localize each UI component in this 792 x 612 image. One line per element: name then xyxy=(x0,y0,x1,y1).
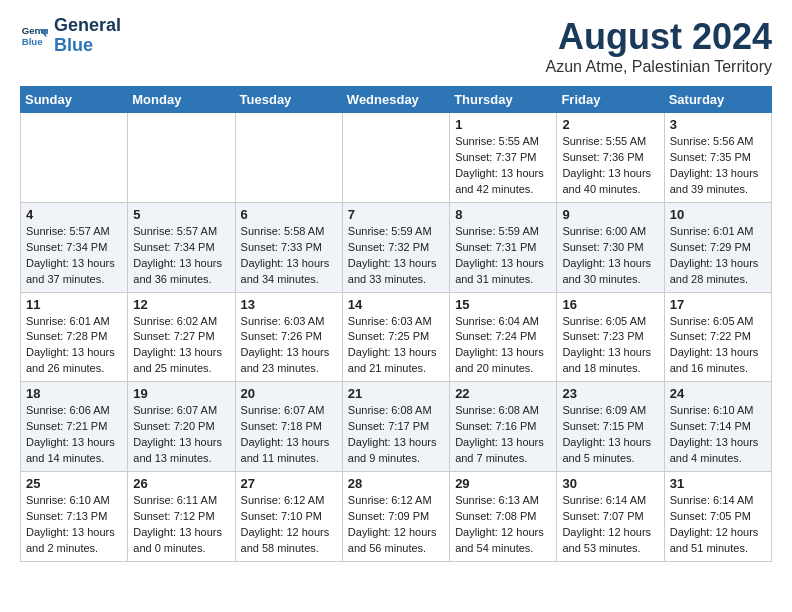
day-info: Sunrise: 6:02 AM Sunset: 7:27 PM Dayligh… xyxy=(133,314,229,378)
day-number: 18 xyxy=(26,386,122,401)
calendar-cell: 15Sunrise: 6:04 AM Sunset: 7:24 PM Dayli… xyxy=(450,292,557,382)
day-number: 14 xyxy=(348,297,444,312)
day-info: Sunrise: 6:01 AM Sunset: 7:28 PM Dayligh… xyxy=(26,314,122,378)
day-info: Sunrise: 6:04 AM Sunset: 7:24 PM Dayligh… xyxy=(455,314,551,378)
calendar-table: SundayMondayTuesdayWednesdayThursdayFrid… xyxy=(20,86,772,562)
weekday-header-tuesday: Tuesday xyxy=(235,87,342,113)
day-info: Sunrise: 6:09 AM Sunset: 7:15 PM Dayligh… xyxy=(562,403,658,467)
calendar-cell: 31Sunrise: 6:14 AM Sunset: 7:05 PM Dayli… xyxy=(664,472,771,562)
day-number: 5 xyxy=(133,207,229,222)
day-number: 28 xyxy=(348,476,444,491)
calendar-cell: 26Sunrise: 6:11 AM Sunset: 7:12 PM Dayli… xyxy=(128,472,235,562)
day-info: Sunrise: 5:56 AM Sunset: 7:35 PM Dayligh… xyxy=(670,134,766,198)
day-number: 9 xyxy=(562,207,658,222)
day-info: Sunrise: 6:06 AM Sunset: 7:21 PM Dayligh… xyxy=(26,403,122,467)
calendar-cell: 16Sunrise: 6:05 AM Sunset: 7:23 PM Dayli… xyxy=(557,292,664,382)
day-info: Sunrise: 6:10 AM Sunset: 7:14 PM Dayligh… xyxy=(670,403,766,467)
calendar-cell: 28Sunrise: 6:12 AM Sunset: 7:09 PM Dayli… xyxy=(342,472,449,562)
calendar-cell: 24Sunrise: 6:10 AM Sunset: 7:14 PM Dayli… xyxy=(664,382,771,472)
day-number: 11 xyxy=(26,297,122,312)
location: Azun Atme, Palestinian Territory xyxy=(546,58,772,76)
day-info: Sunrise: 6:12 AM Sunset: 7:09 PM Dayligh… xyxy=(348,493,444,557)
day-info: Sunrise: 6:08 AM Sunset: 7:17 PM Dayligh… xyxy=(348,403,444,467)
week-row-4: 18Sunrise: 6:06 AM Sunset: 7:21 PM Dayli… xyxy=(21,382,772,472)
day-info: Sunrise: 6:14 AM Sunset: 7:05 PM Dayligh… xyxy=(670,493,766,557)
day-number: 8 xyxy=(455,207,551,222)
day-info: Sunrise: 6:08 AM Sunset: 7:16 PM Dayligh… xyxy=(455,403,551,467)
day-info: Sunrise: 6:05 AM Sunset: 7:23 PM Dayligh… xyxy=(562,314,658,378)
calendar-body: 1Sunrise: 5:55 AM Sunset: 7:37 PM Daylig… xyxy=(21,113,772,562)
calendar-cell: 3Sunrise: 5:56 AM Sunset: 7:35 PM Daylig… xyxy=(664,113,771,203)
day-number: 2 xyxy=(562,117,658,132)
day-info: Sunrise: 5:55 AM Sunset: 7:36 PM Dayligh… xyxy=(562,134,658,198)
calendar-cell: 8Sunrise: 5:59 AM Sunset: 7:31 PM Daylig… xyxy=(450,202,557,292)
calendar-cell: 7Sunrise: 5:59 AM Sunset: 7:32 PM Daylig… xyxy=(342,202,449,292)
weekday-header-friday: Friday xyxy=(557,87,664,113)
calendar-cell: 9Sunrise: 6:00 AM Sunset: 7:30 PM Daylig… xyxy=(557,202,664,292)
day-info: Sunrise: 5:57 AM Sunset: 7:34 PM Dayligh… xyxy=(26,224,122,288)
day-number: 29 xyxy=(455,476,551,491)
calendar-cell: 30Sunrise: 6:14 AM Sunset: 7:07 PM Dayli… xyxy=(557,472,664,562)
day-info: Sunrise: 6:03 AM Sunset: 7:25 PM Dayligh… xyxy=(348,314,444,378)
day-info: Sunrise: 5:57 AM Sunset: 7:34 PM Dayligh… xyxy=(133,224,229,288)
day-number: 25 xyxy=(26,476,122,491)
weekday-header-thursday: Thursday xyxy=(450,87,557,113)
day-number: 10 xyxy=(670,207,766,222)
weekday-header-row: SundayMondayTuesdayWednesdayThursdayFrid… xyxy=(21,87,772,113)
day-info: Sunrise: 5:59 AM Sunset: 7:32 PM Dayligh… xyxy=(348,224,444,288)
day-info: Sunrise: 5:58 AM Sunset: 7:33 PM Dayligh… xyxy=(241,224,337,288)
week-row-5: 25Sunrise: 6:10 AM Sunset: 7:13 PM Dayli… xyxy=(21,472,772,562)
day-number: 19 xyxy=(133,386,229,401)
svg-text:Blue: Blue xyxy=(22,36,43,47)
week-row-3: 11Sunrise: 6:01 AM Sunset: 7:28 PM Dayli… xyxy=(21,292,772,382)
weekday-header-saturday: Saturday xyxy=(664,87,771,113)
day-number: 23 xyxy=(562,386,658,401)
calendar-cell: 17Sunrise: 6:05 AM Sunset: 7:22 PM Dayli… xyxy=(664,292,771,382)
day-number: 7 xyxy=(348,207,444,222)
day-info: Sunrise: 6:12 AM Sunset: 7:10 PM Dayligh… xyxy=(241,493,337,557)
calendar-cell: 19Sunrise: 6:07 AM Sunset: 7:20 PM Dayli… xyxy=(128,382,235,472)
calendar-cell: 22Sunrise: 6:08 AM Sunset: 7:16 PM Dayli… xyxy=(450,382,557,472)
day-info: Sunrise: 6:14 AM Sunset: 7:07 PM Dayligh… xyxy=(562,493,658,557)
day-number: 12 xyxy=(133,297,229,312)
calendar-cell: 29Sunrise: 6:13 AM Sunset: 7:08 PM Dayli… xyxy=(450,472,557,562)
calendar-cell: 6Sunrise: 5:58 AM Sunset: 7:33 PM Daylig… xyxy=(235,202,342,292)
calendar-cell: 20Sunrise: 6:07 AM Sunset: 7:18 PM Dayli… xyxy=(235,382,342,472)
day-number: 17 xyxy=(670,297,766,312)
week-row-2: 4Sunrise: 5:57 AM Sunset: 7:34 PM Daylig… xyxy=(21,202,772,292)
day-number: 27 xyxy=(241,476,337,491)
day-info: Sunrise: 6:07 AM Sunset: 7:20 PM Dayligh… xyxy=(133,403,229,467)
day-number: 3 xyxy=(670,117,766,132)
calendar-cell: 18Sunrise: 6:06 AM Sunset: 7:21 PM Dayli… xyxy=(21,382,128,472)
calendar-cell: 27Sunrise: 6:12 AM Sunset: 7:10 PM Dayli… xyxy=(235,472,342,562)
calendar-cell: 21Sunrise: 6:08 AM Sunset: 7:17 PM Dayli… xyxy=(342,382,449,472)
calendar-cell xyxy=(128,113,235,203)
day-number: 13 xyxy=(241,297,337,312)
calendar-cell: 25Sunrise: 6:10 AM Sunset: 7:13 PM Dayli… xyxy=(21,472,128,562)
logo: General Blue General Blue xyxy=(20,16,121,56)
weekday-header-monday: Monday xyxy=(128,87,235,113)
day-number: 6 xyxy=(241,207,337,222)
day-info: Sunrise: 6:05 AM Sunset: 7:22 PM Dayligh… xyxy=(670,314,766,378)
weekday-header-wednesday: Wednesday xyxy=(342,87,449,113)
calendar-cell xyxy=(235,113,342,203)
day-number: 1 xyxy=(455,117,551,132)
logo-icon: General Blue xyxy=(20,22,48,50)
calendar-cell: 13Sunrise: 6:03 AM Sunset: 7:26 PM Dayli… xyxy=(235,292,342,382)
day-info: Sunrise: 6:01 AM Sunset: 7:29 PM Dayligh… xyxy=(670,224,766,288)
day-number: 22 xyxy=(455,386,551,401)
calendar-cell: 14Sunrise: 6:03 AM Sunset: 7:25 PM Dayli… xyxy=(342,292,449,382)
month-title: August 2024 xyxy=(546,16,772,58)
week-row-1: 1Sunrise: 5:55 AM Sunset: 7:37 PM Daylig… xyxy=(21,113,772,203)
day-number: 30 xyxy=(562,476,658,491)
day-number: 4 xyxy=(26,207,122,222)
calendar-cell: 1Sunrise: 5:55 AM Sunset: 7:37 PM Daylig… xyxy=(450,113,557,203)
day-info: Sunrise: 6:00 AM Sunset: 7:30 PM Dayligh… xyxy=(562,224,658,288)
calendar-cell: 12Sunrise: 6:02 AM Sunset: 7:27 PM Dayli… xyxy=(128,292,235,382)
day-info: Sunrise: 6:13 AM Sunset: 7:08 PM Dayligh… xyxy=(455,493,551,557)
calendar-cell: 4Sunrise: 5:57 AM Sunset: 7:34 PM Daylig… xyxy=(21,202,128,292)
logo-line2: Blue xyxy=(54,36,121,56)
day-number: 31 xyxy=(670,476,766,491)
calendar-cell: 2Sunrise: 5:55 AM Sunset: 7:36 PM Daylig… xyxy=(557,113,664,203)
day-info: Sunrise: 6:10 AM Sunset: 7:13 PM Dayligh… xyxy=(26,493,122,557)
